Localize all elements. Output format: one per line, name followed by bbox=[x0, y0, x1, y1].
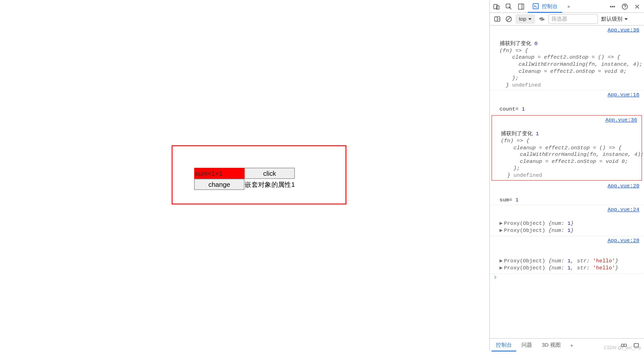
watermark-text: CSDN @I_am_shy bbox=[604, 345, 641, 350]
drawer-add-tab-icon[interactable]: ＋ bbox=[566, 340, 578, 351]
context-select-label: top bbox=[519, 16, 526, 22]
source-link[interactable]: App.vue:36 bbox=[608, 27, 639, 34]
devtools-panel: 控制台 ＋ top bbox=[489, 0, 644, 351]
svg-rect-0 bbox=[494, 5, 497, 9]
svg-rect-5 bbox=[533, 4, 538, 9]
svg-point-7 bbox=[612, 6, 613, 7]
dock-side-icon[interactable] bbox=[515, 1, 527, 13]
console-prompt[interactable] bbox=[490, 274, 644, 283]
close-icon[interactable] bbox=[631, 1, 643, 13]
filter-placeholder: 筛选器 bbox=[551, 15, 567, 23]
change-button[interactable]: change bbox=[194, 179, 245, 190]
log-level-label: 默认级别 bbox=[601, 15, 622, 23]
source-link[interactable]: App.vue:16 bbox=[608, 92, 639, 99]
source-link[interactable]: App.vue:20 bbox=[608, 183, 639, 190]
svg-point-8 bbox=[614, 6, 615, 7]
sum-label: sum=1+1 bbox=[194, 168, 245, 179]
drawer-tab-console[interactable]: 控制台 bbox=[492, 339, 516, 351]
live-expression-icon[interactable] bbox=[537, 14, 547, 24]
nested-object-text: 嵌套对象的属性1 bbox=[245, 179, 295, 190]
svg-line-12 bbox=[507, 17, 510, 21]
toggle-sidebar-icon[interactable] bbox=[492, 14, 502, 24]
help-icon[interactable] bbox=[619, 1, 631, 13]
log-entry-highlighted[interactable]: App.vue:36 捕获到了变化 1 (fn) => { cleanup = … bbox=[492, 115, 642, 181]
context-select[interactable]: top bbox=[515, 14, 535, 24]
svg-rect-3 bbox=[518, 4, 524, 9]
svg-point-6 bbox=[610, 6, 611, 7]
console-log[interactable]: App.vue:36 捕获到了变化 0 (fn) => { cleanup = … bbox=[490, 26, 644, 338]
log-entry[interactable]: App.vue:20 sum= 1 bbox=[490, 182, 644, 205]
drawer-tab-issues[interactable]: 问题 bbox=[517, 339, 537, 351]
devtools-tabstrip: 控制台 ＋ bbox=[490, 0, 644, 13]
source-link[interactable]: App.vue:28 bbox=[608, 237, 639, 244]
log-level-select[interactable]: 默认级别 bbox=[599, 15, 630, 23]
tab-console-label: 控制台 bbox=[542, 3, 558, 10]
click-button[interactable]: click bbox=[245, 168, 295, 179]
console-toolbar: top 筛选器 默认级别 bbox=[490, 13, 644, 26]
log-entry[interactable]: App.vue:36 捕获到了变化 0 (fn) => { cleanup = … bbox=[490, 26, 644, 91]
source-link[interactable]: App.vue:36 bbox=[605, 117, 637, 124]
inspect-element-icon[interactable] bbox=[503, 1, 515, 13]
clear-console-icon[interactable] bbox=[504, 14, 514, 24]
drawer-tab-3dview[interactable]: 3D 视图 bbox=[537, 339, 565, 351]
app-controls: sum=1+1 click change 嵌套对象的属性1 bbox=[194, 168, 295, 190]
app-viewport: sum=1+1 click change 嵌套对象的属性1 bbox=[0, 0, 489, 351]
add-tab-icon[interactable]: ＋ bbox=[563, 1, 575, 13]
filter-input[interactable]: 筛选器 bbox=[548, 14, 598, 24]
device-toolbar-icon[interactable] bbox=[491, 1, 502, 13]
log-entry[interactable]: App.vue:16 count= 1 bbox=[490, 91, 644, 114]
log-entry[interactable]: App.vue:24 ▶Proxy(Object) {num: 1} ▶Prox… bbox=[490, 205, 644, 236]
tab-console[interactable]: 控制台 bbox=[528, 0, 562, 12]
log-entry[interactable]: App.vue:28 ▶Proxy(Object) {num: 1, str: … bbox=[490, 236, 644, 274]
source-link[interactable]: App.vue:24 bbox=[608, 207, 639, 213]
more-icon[interactable] bbox=[607, 1, 618, 13]
